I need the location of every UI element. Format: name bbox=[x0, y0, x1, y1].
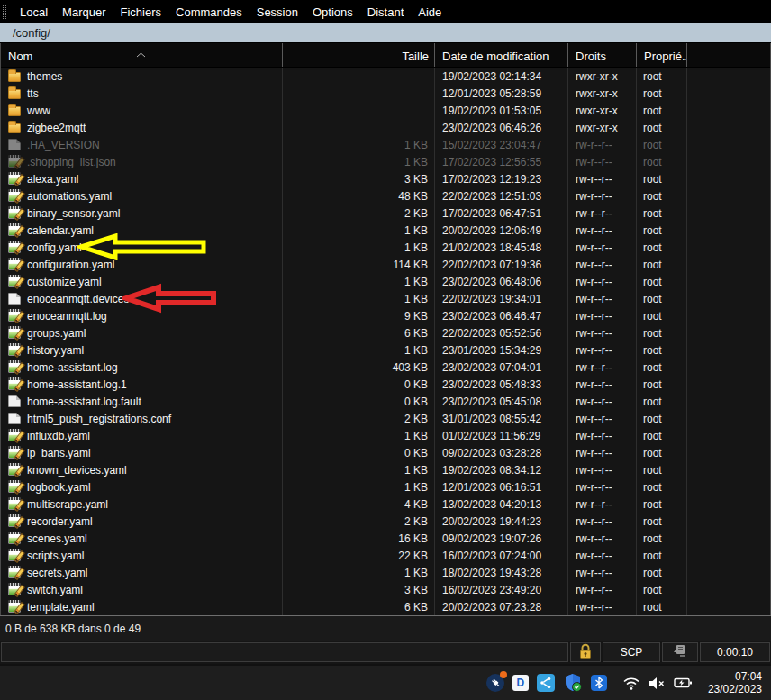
file-row[interactable]: home-assistant.log403 KB23/02/2023 07:04… bbox=[1, 359, 770, 376]
menu-item-commandes[interactable]: Commandes bbox=[168, 2, 249, 23]
session-duration-cell[interactable]: 0:00:10 bbox=[700, 642, 770, 662]
file-row[interactable]: ip_bans.yaml0 KB09/02/2023 03:28:28rw-r-… bbox=[1, 444, 770, 461]
file-row[interactable]: alexa.yaml3 KB17/02/2023 12:19:23rw-r--r… bbox=[1, 170, 770, 187]
file-size: 1 KB bbox=[283, 564, 435, 581]
file-row[interactable]: known_devices.yaml1 KB19/02/2023 08:34:1… bbox=[1, 461, 770, 478]
file-row[interactable]: config.yaml1 KB21/02/2023 18:45:48rw-r--… bbox=[1, 239, 770, 256]
file-rights: rw-r--r-- bbox=[568, 153, 637, 170]
file-date: 01/02/2023 11:56:29 bbox=[435, 427, 568, 444]
protocol-cell[interactable]: SCP bbox=[603, 642, 660, 662]
session-status-bar: SCP 0:00:10 bbox=[0, 641, 771, 664]
file-row[interactable]: groups.yaml6 KB22/02/2023 05:52:56rw-r--… bbox=[1, 324, 770, 341]
file-name-cell: known_devices.yaml bbox=[1, 461, 283, 478]
file-date: 19/02/2023 01:53:05 bbox=[435, 102, 568, 119]
file-name-cell: html5_push_registrations.conf bbox=[1, 410, 283, 427]
file-rights: rw-r--r-- bbox=[568, 581, 637, 598]
file-name-cell: .HA_VERSION bbox=[1, 136, 283, 153]
file-size: 1 KB bbox=[283, 136, 435, 153]
file-row[interactable]: scenes.yaml16 KB09/02/2023 19:07:26rw-r-… bbox=[1, 530, 770, 547]
encryption-cell[interactable] bbox=[570, 642, 601, 662]
file-date: 17/02/2023 12:56:55 bbox=[435, 153, 568, 170]
network-share-icon[interactable] bbox=[537, 674, 555, 692]
file-icon bbox=[8, 395, 21, 407]
selection-summary: 0 B de 638 KB dans 0 de 49 bbox=[5, 623, 141, 635]
file-row[interactable]: customize.yaml1 KB23/02/2023 06:48:06rw-… bbox=[1, 273, 770, 290]
file-name: scripts.yaml bbox=[27, 550, 84, 562]
file-name-cell: binary_sensor.yaml bbox=[1, 205, 283, 222]
file-rights: rw-r--r-- bbox=[568, 170, 637, 187]
menu-item-options[interactable]: Options bbox=[305, 2, 360, 23]
file-row[interactable]: .shopping_list.json1 KB17/02/2023 12:56:… bbox=[1, 153, 770, 170]
file-row[interactable]: tts12/01/2023 05:28:59rwxr-xr-xroot bbox=[1, 85, 770, 102]
menu-item-session[interactable]: Session bbox=[249, 2, 305, 23]
row-filler bbox=[687, 324, 770, 341]
file-date: 23/02/2023 06:48:06 bbox=[435, 273, 568, 290]
column-header-owner[interactable]: Proprié... bbox=[637, 43, 687, 67]
file-date: 23/02/2023 06:46:26 bbox=[435, 119, 568, 136]
notifications-cell[interactable] bbox=[662, 642, 698, 662]
column-header-date[interactable]: Date de modification bbox=[435, 43, 568, 67]
menu-item-local[interactable]: Local bbox=[13, 2, 55, 23]
file-row[interactable]: home-assistant.log.10 KB23/02/2023 05:48… bbox=[1, 376, 770, 393]
column-header-rights[interactable]: Droits bbox=[568, 43, 637, 67]
file-row[interactable]: enoceanmqtt.devices1 KB22/02/2023 19:34:… bbox=[1, 290, 770, 307]
file-row[interactable]: calendar.yaml1 KB20/02/2023 12:06:49rw-r… bbox=[1, 222, 770, 239]
file-row[interactable]: automations.yaml48 KB22/02/2023 12:51:03… bbox=[1, 187, 770, 205]
file-row[interactable]: switch.yaml3 KB16/02/2023 23:49:20rw-r--… bbox=[1, 581, 770, 598]
file-row[interactable]: .HA_VERSION1 KB15/02/2023 23:04:47rw-r--… bbox=[1, 136, 770, 153]
column-header-size[interactable]: Taille bbox=[283, 43, 435, 67]
file-row[interactable]: home-assistant.log.fault0 KB23/02/2023 0… bbox=[1, 393, 770, 410]
file-row[interactable]: zigbee2mqtt23/02/2023 06:46:26rwxr-xr-xr… bbox=[1, 119, 770, 136]
path-bar[interactable]: /config/ bbox=[0, 23, 771, 43]
taskbar-clock[interactable]: 07:04 23/02/2023 bbox=[708, 670, 762, 695]
usb-plug-notification-icon[interactable] bbox=[486, 674, 504, 692]
file-row[interactable]: html5_push_registrations.conf2 KB31/01/2… bbox=[1, 410, 770, 427]
yaml-icon bbox=[8, 344, 21, 356]
clock-time: 07:04 bbox=[708, 670, 762, 683]
menu-item-fichiers[interactable]: Fichiers bbox=[113, 2, 169, 23]
d-app-icon[interactable]: D bbox=[512, 675, 529, 691]
file-row[interactable]: binary_sensor.yaml2 KB17/02/2023 06:47:5… bbox=[1, 205, 770, 222]
menu-item-distant[interactable]: Distant bbox=[360, 2, 411, 23]
file-row[interactable]: configuration.yaml114 KB22/02/2023 07:19… bbox=[1, 256, 770, 273]
file-row[interactable]: history.yaml1 KB23/01/2023 15:34:29rw-r-… bbox=[1, 341, 770, 359]
file-row[interactable]: enoceanmqtt.log9 KB23/02/2023 06:46:47rw… bbox=[1, 307, 770, 324]
row-filler bbox=[687, 393, 770, 410]
status-bar-empty-cell bbox=[1, 642, 568, 662]
file-row[interactable]: recorder.yaml2 KB20/02/2023 19:44:23rw-r… bbox=[1, 513, 770, 530]
file-owner: root bbox=[637, 256, 687, 273]
yaml-icon bbox=[8, 361, 21, 373]
file-rights: rw-r--r-- bbox=[568, 205, 637, 222]
file-rights: rw-r--r-- bbox=[568, 324, 637, 341]
volume-muted-icon[interactable] bbox=[649, 677, 666, 690]
toolbar-grip-handle[interactable] bbox=[3, 5, 6, 19]
file-owner: root bbox=[637, 513, 687, 530]
battery-icon[interactable] bbox=[674, 677, 693, 689]
file-name: known_devices.yaml bbox=[27, 464, 127, 477]
row-filler bbox=[687, 205, 770, 222]
menu-item-marquer[interactable]: Marquer bbox=[55, 2, 113, 23]
file-owner: root bbox=[637, 410, 687, 427]
bluetooth-icon[interactable] bbox=[591, 675, 607, 691]
file-row[interactable]: template.yaml6 KB20/02/2023 07:23:28rw-r… bbox=[1, 598, 770, 615]
file-size: 1 KB bbox=[283, 273, 435, 290]
file-row[interactable]: influxdb.yaml1 KB01/02/2023 11:56:29rw-r… bbox=[1, 427, 770, 444]
menu-item-aide[interactable]: Aide bbox=[411, 2, 449, 23]
file-date: 21/02/2023 18:45:48 bbox=[435, 239, 568, 256]
file-row[interactable]: scripts.yaml22 KB16/02/2023 07:24:00rw-r… bbox=[1, 547, 770, 564]
file-row[interactable]: themes19/02/2023 02:14:34rwxr-xr-xroot bbox=[1, 68, 770, 85]
file-name-cell: home-assistant.log bbox=[1, 359, 283, 376]
wifi-icon[interactable] bbox=[622, 677, 640, 690]
file-date: 20/02/2023 12:06:49 bbox=[435, 222, 568, 239]
windows-security-icon[interactable] bbox=[563, 673, 583, 693]
row-filler bbox=[687, 376, 770, 393]
file-row[interactable]: secrets.yaml1 KB18/02/2023 19:43:28rw-r-… bbox=[1, 564, 770, 581]
file-date: 13/02/2023 04:20:13 bbox=[435, 495, 568, 513]
file-row[interactable]: logbook.yaml1 KB12/01/2023 06:16:51rw-r-… bbox=[1, 478, 770, 495]
file-row[interactable]: multiscrape.yaml4 KB13/02/2023 04:20:13r… bbox=[1, 495, 770, 513]
file-name-cell: template.yaml bbox=[1, 598, 283, 615]
file-size: 9 KB bbox=[283, 307, 435, 324]
file-row[interactable]: www19/02/2023 01:53:05rwxr-xr-xroot bbox=[1, 102, 770, 119]
file-name-cell: scenes.yaml bbox=[1, 530, 283, 547]
row-filler bbox=[687, 598, 770, 615]
